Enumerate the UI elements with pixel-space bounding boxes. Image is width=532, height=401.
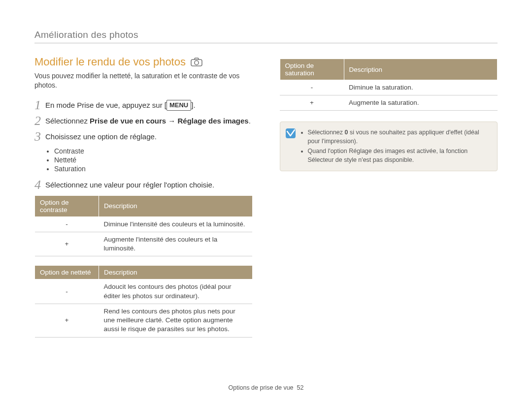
option-description: Augmente l'intensité des couleurs et la …: [99, 232, 253, 256]
option-description: Diminue l'intensité des couleurs et la l…: [99, 216, 253, 232]
note-item: Sélectionnez 0 si vous ne souhaitez pas …: [308, 128, 491, 146]
step-4: 4 Sélectionnez une valeur pour régler l'…: [34, 180, 253, 191]
table-header-row: Option de netteté Description: [35, 266, 253, 279]
table-row: - Diminue la saturation.: [280, 80, 498, 95]
th-description: Description: [344, 59, 498, 80]
step-number: 3: [34, 130, 45, 143]
step-body: En mode Prise de vue, appuyez sur [MENU]…: [45, 100, 253, 111]
option-description: Rend les contours des photos plus nets p…: [99, 304, 253, 337]
left-column: Modifier le rendu de vos photos Vous pou…: [34, 56, 253, 346]
option-description: Adoucit les contours des photos (idéal p…: [99, 279, 253, 304]
svg-point-1: [195, 61, 199, 64]
th-description: Description: [99, 195, 253, 216]
step-2-a: Sélectionnez: [45, 117, 90, 125]
section-title-text: Modifier le rendu de vos photos: [34, 56, 186, 68]
menu-key: MENU: [166, 100, 191, 111]
note-1-bold: 0: [345, 129, 348, 136]
th-option: Option de saturation: [280, 59, 344, 80]
bullet-saturation: Saturation: [54, 165, 253, 173]
step-1-pre: En mode Prise de vue, appuyez sur [: [45, 101, 166, 109]
step-3-bullets: Contraste Netteté Saturation: [34, 147, 253, 173]
option-description: Augmente la saturation.: [344, 95, 498, 111]
bullet-sharpness: Netteté: [54, 156, 253, 164]
step-body: Sélectionnez une valeur pour régler l'op…: [45, 180, 253, 190]
step-2-b: .: [249, 117, 251, 125]
camera-icon: [191, 58, 202, 66]
th-option: Option de contraste: [35, 195, 99, 216]
page-footer: Options de prise de vue 52: [0, 384, 532, 391]
option-symbol: -: [35, 279, 99, 304]
saturation-table: Option de saturation Description - Dimin…: [280, 59, 498, 111]
note-1-pre: Sélectionnez: [308, 129, 345, 136]
step-number: 2: [34, 115, 45, 127]
note-box: Sélectionnez 0 si vous ne souhaitez pas …: [280, 122, 498, 171]
table-header-row: Option de contraste Description: [35, 195, 253, 216]
th-option: Option de netteté: [35, 266, 99, 279]
option-symbol: +: [35, 232, 99, 256]
table-header-row: Option de saturation Description: [280, 59, 498, 80]
step-number: 4: [34, 179, 45, 191]
sharpness-table: Option de netteté Description - Adoucit …: [34, 265, 253, 337]
footer-section: Options de prise de vue: [229, 384, 294, 391]
step-body: Choisissez une option de réglage.: [45, 131, 253, 142]
bullet-contrast: Contraste: [54, 147, 253, 155]
footer-page-number: 52: [297, 384, 304, 391]
option-symbol: +: [35, 304, 99, 337]
option-symbol: +: [280, 95, 344, 111]
option-symbol: -: [280, 80, 344, 95]
option-description: Diminue la saturation.: [344, 80, 498, 95]
step-3: 3 Choisissez une option de réglage.: [34, 131, 253, 143]
breadcrumb: Amélioration des photos: [34, 30, 498, 43]
step-number: 1: [34, 99, 45, 112]
table-row: + Augmente la saturation.: [280, 95, 498, 111]
step-1: 1 En mode Prise de vue, appuyez sur [MEN…: [34, 100, 253, 112]
content-columns: Modifier le rendu de vos photos Vous pou…: [34, 56, 498, 346]
note-icon: [285, 128, 296, 139]
step-1-post: ].: [191, 101, 195, 109]
right-column: Option de saturation Description - Dimin…: [280, 56, 498, 346]
table-row: + Augmente l'intensité des couleurs et l…: [35, 232, 253, 256]
table-row: + Rend les contours des photos plus nets…: [35, 304, 253, 337]
option-symbol: -: [35, 216, 99, 232]
table-row: - Diminue l'intensité des couleurs et la…: [35, 216, 253, 232]
note-list: Sélectionnez 0 si vous ne souhaitez pas …: [301, 127, 491, 166]
step-2: 2 Sélectionnez Prise de vue en cours → R…: [34, 116, 253, 127]
section-title: Modifier le rendu de vos photos: [34, 56, 253, 68]
contrast-table: Option de contraste Description - Diminu…: [34, 195, 253, 257]
th-description: Description: [99, 266, 253, 279]
step-2-bold: Prise de vue en cours → Réglage des imag…: [90, 117, 249, 125]
table-row: - Adoucit les contours des photos (idéal…: [35, 279, 253, 304]
step-body: Sélectionnez Prise de vue en cours → Rég…: [45, 116, 253, 126]
section-intro: Vous pouvez modifier la netteté, la satu…: [34, 71, 253, 90]
note-item: Quand l'option Réglage des images est ac…: [308, 147, 491, 164]
